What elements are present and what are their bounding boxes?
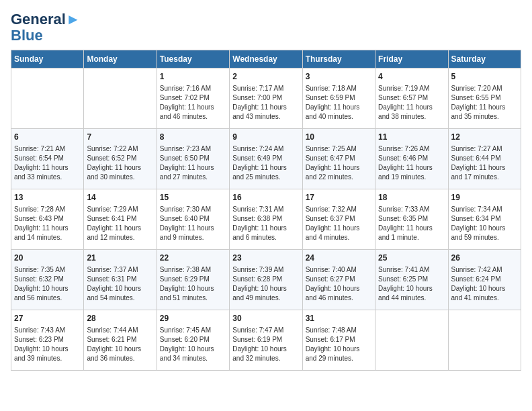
day-info: Sunrise: 7:28 AM Sunset: 6:43 PM Dayligh… (14, 205, 81, 242)
calendar-cell: 8Sunrise: 7:23 AM Sunset: 6:50 PM Daylig… (157, 129, 229, 189)
day-number: 18 (378, 192, 445, 203)
day-info: Sunrise: 7:45 AM Sunset: 6:20 PM Dayligh… (160, 326, 226, 363)
calendar-cell: 6Sunrise: 7:21 AM Sunset: 6:54 PM Daylig… (11, 129, 84, 189)
calendar-cell: 25Sunrise: 7:41 AM Sunset: 6:25 PM Dayli… (375, 250, 448, 310)
day-number: 27 (14, 313, 81, 324)
calendar-cell: 1Sunrise: 7:16 AM Sunset: 7:02 PM Daylig… (157, 68, 229, 129)
day-number: 15 (160, 192, 226, 203)
day-number: 4 (378, 71, 445, 83)
day-number: 16 (232, 192, 299, 203)
day-number: 31 (306, 313, 372, 324)
day-number: 1 (160, 71, 226, 83)
day-info: Sunrise: 7:27 AM Sunset: 6:44 PM Dayligh… (451, 144, 518, 182)
day-number: 13 (14, 192, 81, 203)
day-info: Sunrise: 7:37 AM Sunset: 6:31 PM Dayligh… (87, 265, 153, 303)
calendar-cell (11, 68, 84, 129)
day-info: Sunrise: 7:31 AM Sunset: 6:38 PM Dayligh… (232, 205, 299, 242)
calendar-cell: 26Sunrise: 7:42 AM Sunset: 6:24 PM Dayli… (448, 250, 521, 310)
day-info: Sunrise: 7:44 AM Sunset: 6:21 PM Dayligh… (87, 326, 153, 363)
day-number: 25 (378, 253, 445, 264)
day-number: 12 (451, 132, 518, 143)
calendar-cell: 15Sunrise: 7:30 AM Sunset: 6:40 PM Dayli… (157, 189, 229, 250)
day-info: Sunrise: 7:41 AM Sunset: 6:25 PM Dayligh… (378, 265, 445, 303)
logo-general: General (11, 12, 66, 27)
calendar-cell: 27Sunrise: 7:43 AM Sunset: 6:23 PM Dayli… (11, 310, 84, 371)
calendar-cell (375, 310, 448, 371)
page-header: General ► Blue (11, 11, 521, 43)
calendar-cell: 28Sunrise: 7:44 AM Sunset: 6:21 PM Dayli… (84, 310, 157, 371)
logo-bird-icon: ► (66, 11, 81, 28)
logo: General ► Blue (11, 11, 81, 43)
day-number: 23 (232, 253, 299, 264)
weekday-header-thursday: Thursday (302, 50, 375, 68)
day-info: Sunrise: 7:16 AM Sunset: 7:02 PM Dayligh… (160, 84, 226, 122)
day-info: Sunrise: 7:23 AM Sunset: 6:50 PM Dayligh… (160, 144, 226, 182)
calendar-cell: 21Sunrise: 7:37 AM Sunset: 6:31 PM Dayli… (84, 250, 157, 310)
day-number: 30 (232, 313, 299, 324)
day-number: 28 (87, 313, 153, 324)
day-info: Sunrise: 7:17 AM Sunset: 7:00 PM Dayligh… (232, 84, 299, 122)
day-number: 5 (451, 71, 518, 83)
calendar-cell (84, 68, 157, 129)
day-info: Sunrise: 7:18 AM Sunset: 6:59 PM Dayligh… (306, 84, 372, 122)
day-number: 14 (87, 192, 153, 203)
day-info: Sunrise: 7:26 AM Sunset: 6:46 PM Dayligh… (378, 144, 445, 182)
calendar-cell: 29Sunrise: 7:45 AM Sunset: 6:20 PM Dayli… (157, 310, 229, 371)
day-number: 10 (306, 132, 372, 143)
weekday-header-friday: Friday (375, 50, 448, 68)
logo-blue: Blue (11, 28, 43, 43)
day-number: 21 (87, 253, 153, 264)
day-number: 17 (306, 192, 372, 203)
day-number: 6 (14, 132, 81, 143)
day-info: Sunrise: 7:32 AM Sunset: 6:37 PM Dayligh… (306, 205, 372, 242)
calendar-cell: 17Sunrise: 7:32 AM Sunset: 6:37 PM Dayli… (302, 189, 375, 250)
calendar-cell: 13Sunrise: 7:28 AM Sunset: 6:43 PM Dayli… (11, 189, 84, 250)
day-info: Sunrise: 7:20 AM Sunset: 6:55 PM Dayligh… (451, 84, 518, 122)
weekday-header-wednesday: Wednesday (230, 50, 302, 68)
day-number: 3 (306, 71, 372, 83)
day-info: Sunrise: 7:24 AM Sunset: 6:49 PM Dayligh… (232, 144, 299, 182)
day-info: Sunrise: 7:35 AM Sunset: 6:32 PM Dayligh… (14, 265, 81, 303)
weekday-header-monday: Monday (84, 50, 157, 68)
day-info: Sunrise: 7:47 AM Sunset: 6:19 PM Dayligh… (232, 326, 299, 363)
calendar-cell: 16Sunrise: 7:31 AM Sunset: 6:38 PM Dayli… (230, 189, 302, 250)
calendar-cell: 23Sunrise: 7:39 AM Sunset: 6:28 PM Dayli… (230, 250, 302, 310)
day-info: Sunrise: 7:22 AM Sunset: 6:52 PM Dayligh… (87, 144, 153, 182)
calendar-cell: 20Sunrise: 7:35 AM Sunset: 6:32 PM Dayli… (11, 250, 84, 310)
day-number: 9 (232, 132, 299, 143)
calendar-cell: 4Sunrise: 7:19 AM Sunset: 6:57 PM Daylig… (375, 68, 448, 129)
day-number: 26 (451, 253, 518, 264)
day-info: Sunrise: 7:40 AM Sunset: 6:27 PM Dayligh… (306, 265, 372, 303)
day-info: Sunrise: 7:38 AM Sunset: 6:29 PM Dayligh… (160, 265, 226, 303)
weekday-header-sunday: Sunday (11, 50, 84, 68)
day-info: Sunrise: 7:21 AM Sunset: 6:54 PM Dayligh… (14, 144, 81, 182)
weekday-header-tuesday: Tuesday (157, 50, 229, 68)
calendar-cell: 11Sunrise: 7:26 AM Sunset: 6:46 PM Dayli… (375, 129, 448, 189)
day-number: 29 (160, 313, 226, 324)
calendar-table: SundayMondayTuesdayWednesdayThursdayFrid… (11, 50, 521, 371)
day-number: 8 (160, 132, 226, 143)
calendar-cell: 7Sunrise: 7:22 AM Sunset: 6:52 PM Daylig… (84, 129, 157, 189)
day-number: 24 (306, 253, 372, 264)
day-info: Sunrise: 7:33 AM Sunset: 6:35 PM Dayligh… (378, 205, 445, 242)
day-info: Sunrise: 7:25 AM Sunset: 6:47 PM Dayligh… (306, 144, 372, 182)
calendar-cell: 31Sunrise: 7:48 AM Sunset: 6:17 PM Dayli… (302, 310, 375, 371)
calendar-cell: 12Sunrise: 7:27 AM Sunset: 6:44 PM Dayli… (448, 129, 521, 189)
day-info: Sunrise: 7:30 AM Sunset: 6:40 PM Dayligh… (160, 205, 226, 242)
day-number: 7 (87, 132, 153, 143)
calendar-cell: 30Sunrise: 7:47 AM Sunset: 6:19 PM Dayli… (230, 310, 302, 371)
day-info: Sunrise: 7:42 AM Sunset: 6:24 PM Dayligh… (451, 265, 518, 303)
calendar-cell: 5Sunrise: 7:20 AM Sunset: 6:55 PM Daylig… (448, 68, 521, 129)
day-info: Sunrise: 7:48 AM Sunset: 6:17 PM Dayligh… (306, 326, 372, 363)
calendar-cell: 9Sunrise: 7:24 AM Sunset: 6:49 PM Daylig… (230, 129, 302, 189)
day-number: 19 (451, 192, 518, 203)
day-number: 22 (160, 253, 226, 264)
day-info: Sunrise: 7:29 AM Sunset: 6:41 PM Dayligh… (87, 205, 153, 242)
day-info: Sunrise: 7:43 AM Sunset: 6:23 PM Dayligh… (14, 326, 81, 363)
calendar-cell: 22Sunrise: 7:38 AM Sunset: 6:29 PM Dayli… (157, 250, 229, 310)
calendar-cell: 2Sunrise: 7:17 AM Sunset: 7:00 PM Daylig… (230, 68, 302, 129)
weekday-header-saturday: Saturday (448, 50, 521, 68)
day-info: Sunrise: 7:19 AM Sunset: 6:57 PM Dayligh… (378, 84, 445, 122)
calendar-cell: 19Sunrise: 7:34 AM Sunset: 6:34 PM Dayli… (448, 189, 521, 250)
day-number: 2 (232, 71, 299, 83)
